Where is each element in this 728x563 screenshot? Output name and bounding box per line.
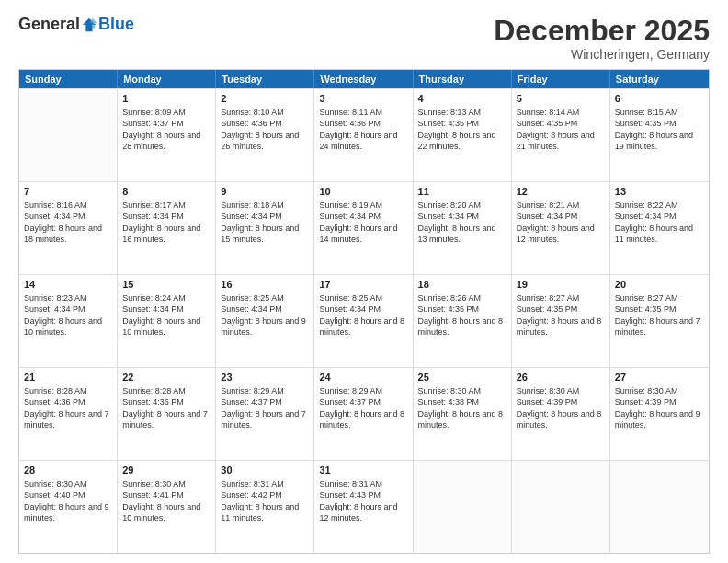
calendar-cell bbox=[512, 461, 610, 553]
calendar-header-cell: Monday bbox=[118, 70, 216, 88]
sun-info: Sunrise: 8:23 AM Sunset: 4:34 PM Dayligh… bbox=[24, 293, 102, 337]
calendar-cell bbox=[414, 461, 512, 553]
calendar-cell: 3Sunrise: 8:11 AM Sunset: 4:36 PM Daylig… bbox=[314, 89, 413, 181]
location: Wincheringen, Germany bbox=[494, 47, 710, 62]
sun-info: Sunrise: 8:29 AM Sunset: 4:37 PM Dayligh… bbox=[221, 386, 306, 430]
sun-info: Sunrise: 8:16 AM Sunset: 4:34 PM Dayligh… bbox=[24, 201, 102, 244]
day-number: 27 bbox=[615, 371, 704, 385]
calendar-cell: 27Sunrise: 8:30 AM Sunset: 4:39 PM Dayli… bbox=[610, 368, 709, 460]
day-number: 4 bbox=[418, 92, 506, 106]
calendar-cell: 29Sunrise: 8:30 AM Sunset: 4:41 PM Dayli… bbox=[118, 461, 216, 553]
sun-info: Sunrise: 8:21 AM Sunset: 4:34 PM Dayligh… bbox=[517, 201, 595, 244]
day-number: 26 bbox=[517, 371, 605, 385]
calendar-cell: 28Sunrise: 8:30 AM Sunset: 4:40 PM Dayli… bbox=[19, 461, 118, 553]
day-number: 31 bbox=[319, 464, 407, 477]
day-number: 20 bbox=[615, 278, 704, 292]
calendar-cell: 20Sunrise: 8:27 AM Sunset: 4:35 PM Dayli… bbox=[610, 275, 709, 367]
logo-icon bbox=[81, 17, 97, 33]
calendar-cell: 12Sunrise: 8:21 AM Sunset: 4:34 PM Dayli… bbox=[512, 182, 610, 274]
sun-info: Sunrise: 8:30 AM Sunset: 4:39 PM Dayligh… bbox=[517, 386, 602, 430]
day-number: 22 bbox=[122, 371, 210, 385]
calendar-cell: 18Sunrise: 8:26 AM Sunset: 4:35 PM Dayli… bbox=[414, 275, 512, 367]
calendar-cell: 4Sunrise: 8:13 AM Sunset: 4:35 PM Daylig… bbox=[414, 89, 512, 181]
day-number: 19 bbox=[517, 278, 605, 292]
sun-info: Sunrise: 8:25 AM Sunset: 4:34 PM Dayligh… bbox=[319, 293, 404, 337]
calendar-cell: 19Sunrise: 8:27 AM Sunset: 4:35 PM Dayli… bbox=[512, 275, 610, 367]
day-number: 21 bbox=[24, 371, 112, 385]
header: General Blue December 2025 Wincheringen,… bbox=[18, 15, 710, 62]
sun-info: Sunrise: 8:24 AM Sunset: 4:34 PM Dayligh… bbox=[122, 293, 200, 337]
calendar-cell: 21Sunrise: 8:28 AM Sunset: 4:36 PM Dayli… bbox=[19, 368, 118, 460]
logo-blue: Blue bbox=[98, 15, 134, 34]
calendar-cell: 2Sunrise: 8:10 AM Sunset: 4:36 PM Daylig… bbox=[216, 89, 314, 181]
sun-info: Sunrise: 8:26 AM Sunset: 4:35 PM Dayligh… bbox=[418, 293, 504, 337]
calendar-cell: 7Sunrise: 8:16 AM Sunset: 4:34 PM Daylig… bbox=[19, 182, 118, 274]
day-number: 24 bbox=[319, 371, 407, 385]
calendar-cell: 6Sunrise: 8:15 AM Sunset: 4:35 PM Daylig… bbox=[610, 89, 709, 181]
day-number: 7 bbox=[24, 185, 112, 199]
day-number: 3 bbox=[319, 92, 407, 106]
sun-info: Sunrise: 8:30 AM Sunset: 4:41 PM Dayligh… bbox=[122, 479, 200, 523]
day-number: 8 bbox=[122, 185, 210, 199]
sun-info: Sunrise: 8:27 AM Sunset: 4:35 PM Dayligh… bbox=[615, 293, 700, 337]
calendar-cell: 24Sunrise: 8:29 AM Sunset: 4:37 PM Dayli… bbox=[314, 368, 413, 460]
day-number: 28 bbox=[24, 464, 112, 477]
calendar-cell: 8Sunrise: 8:17 AM Sunset: 4:34 PM Daylig… bbox=[118, 182, 216, 274]
calendar-row: 21Sunrise: 8:28 AM Sunset: 4:36 PM Dayli… bbox=[19, 367, 709, 460]
calendar-cell: 11Sunrise: 8:20 AM Sunset: 4:34 PM Dayli… bbox=[414, 182, 512, 274]
calendar-row: 28Sunrise: 8:30 AM Sunset: 4:40 PM Dayli… bbox=[19, 460, 709, 553]
day-number: 14 bbox=[24, 278, 112, 292]
calendar-cell: 26Sunrise: 8:30 AM Sunset: 4:39 PM Dayli… bbox=[512, 368, 610, 460]
calendar-header-cell: Wednesday bbox=[314, 70, 413, 88]
sun-info: Sunrise: 8:25 AM Sunset: 4:34 PM Dayligh… bbox=[221, 293, 306, 337]
sun-info: Sunrise: 8:17 AM Sunset: 4:34 PM Dayligh… bbox=[122, 201, 200, 244]
calendar-cell bbox=[610, 461, 709, 553]
sun-info: Sunrise: 8:30 AM Sunset: 4:38 PM Dayligh… bbox=[418, 386, 504, 430]
day-number: 2 bbox=[221, 92, 309, 106]
sun-info: Sunrise: 8:09 AM Sunset: 4:37 PM Dayligh… bbox=[122, 108, 200, 151]
sun-info: Sunrise: 8:20 AM Sunset: 4:34 PM Dayligh… bbox=[418, 201, 496, 244]
calendar-header-cell: Tuesday bbox=[216, 70, 314, 88]
sun-info: Sunrise: 8:13 AM Sunset: 4:35 PM Dayligh… bbox=[418, 108, 496, 151]
day-number: 10 bbox=[319, 185, 407, 199]
calendar-body: 1Sunrise: 8:09 AM Sunset: 4:37 PM Daylig… bbox=[19, 88, 709, 553]
calendar-cell: 15Sunrise: 8:24 AM Sunset: 4:34 PM Dayli… bbox=[118, 275, 216, 367]
day-number: 1 bbox=[122, 92, 210, 106]
sun-info: Sunrise: 8:22 AM Sunset: 4:34 PM Dayligh… bbox=[615, 201, 693, 244]
logo-general: General bbox=[18, 15, 80, 34]
day-number: 30 bbox=[221, 464, 309, 477]
sun-info: Sunrise: 8:28 AM Sunset: 4:36 PM Dayligh… bbox=[122, 386, 208, 430]
calendar-header-row: SundayMondayTuesdayWednesdayThursdayFrid… bbox=[19, 70, 709, 88]
day-number: 11 bbox=[418, 185, 506, 199]
sun-info: Sunrise: 8:28 AM Sunset: 4:36 PM Dayligh… bbox=[24, 386, 109, 430]
day-number: 9 bbox=[221, 185, 309, 199]
calendar-cell: 1Sunrise: 8:09 AM Sunset: 4:37 PM Daylig… bbox=[118, 89, 216, 181]
calendar-cell bbox=[19, 89, 118, 181]
day-number: 18 bbox=[418, 278, 506, 292]
day-number: 15 bbox=[122, 278, 210, 292]
logo-text: General Blue bbox=[18, 15, 134, 34]
day-number: 23 bbox=[221, 371, 309, 385]
sun-info: Sunrise: 8:19 AM Sunset: 4:34 PM Dayligh… bbox=[319, 201, 397, 244]
sun-info: Sunrise: 8:10 AM Sunset: 4:36 PM Dayligh… bbox=[221, 108, 299, 151]
calendar-cell: 16Sunrise: 8:25 AM Sunset: 4:34 PM Dayli… bbox=[216, 275, 314, 367]
calendar-cell: 23Sunrise: 8:29 AM Sunset: 4:37 PM Dayli… bbox=[216, 368, 314, 460]
month-title: December 2025 bbox=[494, 15, 710, 47]
sun-info: Sunrise: 8:30 AM Sunset: 4:39 PM Dayligh… bbox=[615, 386, 700, 430]
sun-info: Sunrise: 8:15 AM Sunset: 4:35 PM Dayligh… bbox=[615, 108, 693, 151]
calendar-row: 14Sunrise: 8:23 AM Sunset: 4:34 PM Dayli… bbox=[19, 274, 709, 367]
calendar-cell: 13Sunrise: 8:22 AM Sunset: 4:34 PM Dayli… bbox=[610, 182, 709, 274]
day-number: 16 bbox=[221, 278, 309, 292]
day-number: 6 bbox=[615, 92, 704, 106]
day-number: 12 bbox=[517, 185, 605, 199]
calendar-cell: 9Sunrise: 8:18 AM Sunset: 4:34 PM Daylig… bbox=[216, 182, 314, 274]
calendar-cell: 31Sunrise: 8:31 AM Sunset: 4:43 PM Dayli… bbox=[314, 461, 413, 553]
calendar-row: 7Sunrise: 8:16 AM Sunset: 4:34 PM Daylig… bbox=[19, 181, 709, 274]
calendar-header-cell: Sunday bbox=[19, 70, 118, 88]
day-number: 13 bbox=[615, 185, 704, 199]
sun-info: Sunrise: 8:27 AM Sunset: 4:35 PM Dayligh… bbox=[517, 293, 602, 337]
calendar-header-cell: Saturday bbox=[610, 70, 709, 88]
sun-info: Sunrise: 8:31 AM Sunset: 4:42 PM Dayligh… bbox=[221, 479, 299, 523]
sun-info: Sunrise: 8:14 AM Sunset: 4:35 PM Dayligh… bbox=[517, 108, 595, 151]
day-number: 17 bbox=[319, 278, 407, 292]
